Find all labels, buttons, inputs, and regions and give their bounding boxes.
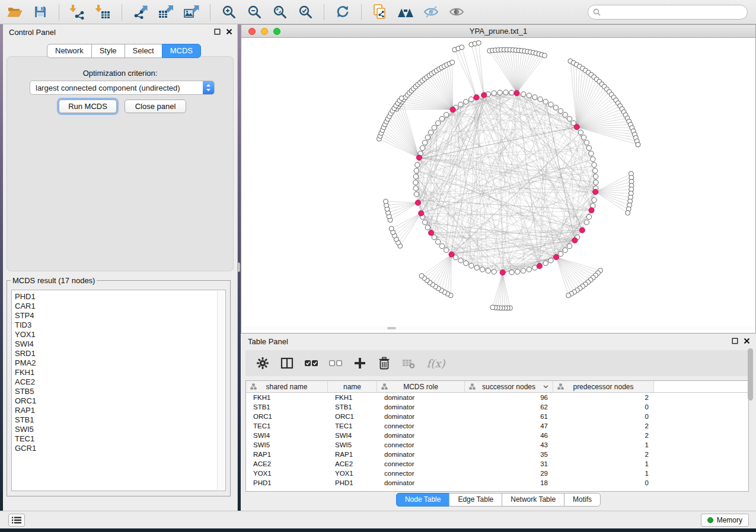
maximize-window-icon[interactable]	[273, 28, 280, 35]
network-node[interactable]	[419, 274, 424, 278]
mcds-network-node[interactable]	[416, 155, 422, 161]
table-scrollbar[interactable]	[747, 347, 754, 489]
network-node[interactable]	[450, 60, 455, 65]
mcds-network-node[interactable]	[415, 200, 420, 206]
network-node[interactable]	[420, 146, 425, 150]
network-node[interactable]	[436, 121, 441, 126]
hide-hidden-eye-icon[interactable]	[422, 3, 440, 21]
mcds-result-item[interactable]: YOX1	[15, 330, 225, 339]
table-row[interactable]: TEC1TEC1connector472	[246, 421, 748, 431]
mcds-result-item[interactable]: SWI4	[15, 339, 225, 349]
refresh-view-icon[interactable]	[334, 3, 352, 21]
delete-column-trash-icon[interactable]	[377, 355, 392, 371]
network-node[interactable]	[584, 140, 589, 145]
tab-motifs[interactable]: Motifs	[564, 493, 601, 507]
close-window-icon[interactable]	[248, 28, 256, 35]
import-network-icon[interactable]	[69, 3, 87, 21]
network-node[interactable]	[444, 113, 449, 117]
network-node[interactable]	[515, 269, 520, 274]
network-node[interactable]	[586, 146, 591, 150]
network-node[interactable]	[425, 135, 430, 140]
zoom-selected-icon[interactable]	[296, 3, 314, 21]
memory-button[interactable]: Memory	[701, 514, 749, 527]
select-all-columns-icon[interactable]	[304, 355, 319, 371]
search-input[interactable]	[604, 7, 742, 17]
mcds-result-item[interactable]: TID3	[15, 321, 225, 330]
float-panel-icon[interactable]	[214, 28, 221, 35]
network-node[interactable]	[592, 168, 597, 173]
network-node[interactable]	[490, 305, 495, 310]
mcds-network-node[interactable]	[553, 254, 559, 259]
mcds-list-scrollbar[interactable]	[217, 291, 225, 490]
create-column-plus-icon[interactable]	[352, 355, 368, 371]
table-row[interactable]: FKH1FKH1dominator962	[246, 393, 748, 402]
column-header-successors[interactable]: successor nodes	[465, 381, 553, 392]
search-network-icon[interactable]	[397, 3, 414, 21]
network-node[interactable]	[432, 235, 436, 239]
network-node[interactable]	[567, 243, 572, 248]
network-node[interactable]	[492, 269, 496, 274]
zoom-in-icon[interactable]	[220, 3, 238, 21]
mcds-network-node[interactable]	[574, 124, 579, 130]
network-node[interactable]	[399, 96, 404, 101]
network-graph[interactable]	[241, 38, 755, 330]
import-table-icon[interactable]	[94, 3, 112, 21]
mcds-network-node[interactable]	[500, 270, 505, 275]
float-panel-icon[interactable]	[732, 338, 738, 344]
network-node[interactable]	[413, 180, 418, 185]
table-row[interactable]: RAP1RAP1dominator352	[246, 450, 748, 459]
mcds-network-node[interactable]	[419, 210, 424, 216]
network-node[interactable]	[509, 90, 514, 95]
network-node[interactable]	[558, 108, 563, 113]
criterion-dropdown[interactable]: largest connected component (undirected)	[30, 81, 215, 95]
export-network-icon[interactable]	[132, 3, 149, 21]
network-node[interactable]	[469, 97, 474, 101]
network-node[interactable]	[553, 105, 558, 110]
show-column-panel-icon[interactable]	[279, 355, 295, 371]
mcds-result-item[interactable]: SRD1	[15, 349, 225, 358]
network-node[interactable]	[592, 197, 596, 202]
deselect-all-columns-icon[interactable]	[328, 355, 343, 371]
network-node[interactable]	[460, 45, 464, 50]
network-node[interactable]	[593, 174, 598, 179]
network-node[interactable]	[422, 220, 427, 225]
network-node[interactable]	[581, 135, 586, 140]
network-node[interactable]	[464, 261, 468, 265]
panel-splitter-handle[interactable]	[237, 262, 240, 272]
column-header-role[interactable]: MCDS role	[377, 381, 465, 392]
network-node[interactable]	[497, 90, 502, 95]
zoom-out-icon[interactable]	[245, 3, 263, 21]
mcds-result-item[interactable]: ORC1	[15, 396, 225, 406]
network-node[interactable]	[527, 267, 531, 272]
tab-style[interactable]: Style	[91, 44, 125, 58]
tab-select[interactable]: Select	[125, 44, 162, 58]
network-node[interactable]	[548, 258, 553, 262]
network-node[interactable]	[486, 268, 490, 273]
mcds-result-item[interactable]: CAR1	[15, 302, 225, 311]
mcds-network-node[interactable]	[589, 207, 594, 213]
network-node[interactable]	[432, 125, 436, 130]
tab-edge-table[interactable]: Edge Table	[449, 493, 502, 507]
network-node[interactable]	[626, 210, 630, 215]
network-node[interactable]	[558, 251, 563, 256]
close-panel-icon[interactable]	[744, 338, 750, 344]
network-node[interactable]	[436, 239, 441, 244]
network-node[interactable]	[413, 174, 418, 179]
network-node[interactable]	[480, 267, 484, 272]
mcds-network-node[interactable]	[474, 95, 479, 100]
mcds-result-item[interactable]: GCR1	[15, 444, 225, 453]
network-node[interactable]	[563, 248, 567, 252]
mcds-result-item[interactable]: RAP1	[15, 406, 225, 415]
network-node[interactable]	[589, 151, 594, 156]
network-node[interactable]	[567, 116, 572, 121]
network-node[interactable]	[476, 40, 481, 45]
export-table-icon[interactable]	[157, 3, 175, 21]
network-node[interactable]	[458, 102, 463, 107]
mcds-result-item[interactable]: PMA2	[15, 358, 225, 368]
mcds-result-item[interactable]: SWI5	[15, 425, 225, 434]
network-node[interactable]	[527, 93, 531, 98]
network-canvas[interactable]	[241, 38, 755, 330]
network-node[interactable]	[469, 263, 474, 268]
network-node[interactable]	[521, 92, 525, 97]
network-node[interactable]	[578, 130, 583, 134]
